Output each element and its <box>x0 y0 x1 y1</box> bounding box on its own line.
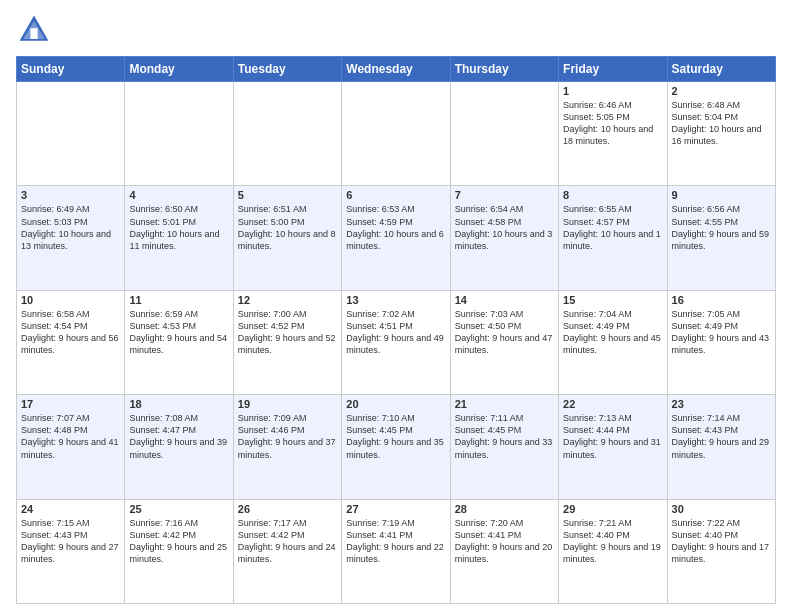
weekday-header-friday: Friday <box>559 57 667 82</box>
day-info: Sunrise: 7:14 AM Sunset: 4:43 PM Dayligh… <box>672 412 771 461</box>
day-info: Sunrise: 7:09 AM Sunset: 4:46 PM Dayligh… <box>238 412 337 461</box>
calendar-cell: 15Sunrise: 7:04 AM Sunset: 4:49 PM Dayli… <box>559 290 667 394</box>
calendar-cell <box>450 82 558 186</box>
day-number: 16 <box>672 294 771 306</box>
calendar-cell: 27Sunrise: 7:19 AM Sunset: 4:41 PM Dayli… <box>342 499 450 603</box>
day-info: Sunrise: 7:07 AM Sunset: 4:48 PM Dayligh… <box>21 412 120 461</box>
weekday-header-tuesday: Tuesday <box>233 57 341 82</box>
day-number: 10 <box>21 294 120 306</box>
day-number: 30 <box>672 503 771 515</box>
calendar-cell <box>233 82 341 186</box>
day-info: Sunrise: 6:53 AM Sunset: 4:59 PM Dayligh… <box>346 203 445 252</box>
page: SundayMondayTuesdayWednesdayThursdayFrid… <box>0 0 792 612</box>
calendar-cell <box>17 82 125 186</box>
day-info: Sunrise: 7:11 AM Sunset: 4:45 PM Dayligh… <box>455 412 554 461</box>
day-number: 27 <box>346 503 445 515</box>
weekday-header-sunday: Sunday <box>17 57 125 82</box>
week-row-1: 1Sunrise: 6:46 AM Sunset: 5:05 PM Daylig… <box>17 82 776 186</box>
day-info: Sunrise: 6:55 AM Sunset: 4:57 PM Dayligh… <box>563 203 662 252</box>
day-info: Sunrise: 7:02 AM Sunset: 4:51 PM Dayligh… <box>346 308 445 357</box>
calendar-cell: 19Sunrise: 7:09 AM Sunset: 4:46 PM Dayli… <box>233 395 341 499</box>
day-info: Sunrise: 7:08 AM Sunset: 4:47 PM Dayligh… <box>129 412 228 461</box>
weekday-header-thursday: Thursday <box>450 57 558 82</box>
week-row-5: 24Sunrise: 7:15 AM Sunset: 4:43 PM Dayli… <box>17 499 776 603</box>
day-number: 3 <box>21 189 120 201</box>
day-number: 20 <box>346 398 445 410</box>
calendar-cell: 26Sunrise: 7:17 AM Sunset: 4:42 PM Dayli… <box>233 499 341 603</box>
calendar-cell: 12Sunrise: 7:00 AM Sunset: 4:52 PM Dayli… <box>233 290 341 394</box>
day-number: 17 <box>21 398 120 410</box>
day-number: 12 <box>238 294 337 306</box>
day-info: Sunrise: 6:50 AM Sunset: 5:01 PM Dayligh… <box>129 203 228 252</box>
calendar-cell: 29Sunrise: 7:21 AM Sunset: 4:40 PM Dayli… <box>559 499 667 603</box>
day-info: Sunrise: 7:22 AM Sunset: 4:40 PM Dayligh… <box>672 517 771 566</box>
day-info: Sunrise: 6:58 AM Sunset: 4:54 PM Dayligh… <box>21 308 120 357</box>
weekday-header-monday: Monday <box>125 57 233 82</box>
calendar-cell: 22Sunrise: 7:13 AM Sunset: 4:44 PM Dayli… <box>559 395 667 499</box>
day-info: Sunrise: 6:56 AM Sunset: 4:55 PM Dayligh… <box>672 203 771 252</box>
day-number: 9 <box>672 189 771 201</box>
calendar-cell: 7Sunrise: 6:54 AM Sunset: 4:58 PM Daylig… <box>450 186 558 290</box>
day-number: 11 <box>129 294 228 306</box>
logo <box>16 12 58 48</box>
weekday-header-row: SundayMondayTuesdayWednesdayThursdayFrid… <box>17 57 776 82</box>
calendar-cell: 16Sunrise: 7:05 AM Sunset: 4:49 PM Dayli… <box>667 290 775 394</box>
calendar-cell: 3Sunrise: 6:49 AM Sunset: 5:03 PM Daylig… <box>17 186 125 290</box>
calendar: SundayMondayTuesdayWednesdayThursdayFrid… <box>16 56 776 604</box>
day-number: 7 <box>455 189 554 201</box>
day-info: Sunrise: 7:13 AM Sunset: 4:44 PM Dayligh… <box>563 412 662 461</box>
day-info: Sunrise: 7:10 AM Sunset: 4:45 PM Dayligh… <box>346 412 445 461</box>
calendar-cell: 17Sunrise: 7:07 AM Sunset: 4:48 PM Dayli… <box>17 395 125 499</box>
day-info: Sunrise: 7:20 AM Sunset: 4:41 PM Dayligh… <box>455 517 554 566</box>
day-info: Sunrise: 7:21 AM Sunset: 4:40 PM Dayligh… <box>563 517 662 566</box>
calendar-cell: 18Sunrise: 7:08 AM Sunset: 4:47 PM Dayli… <box>125 395 233 499</box>
calendar-cell: 10Sunrise: 6:58 AM Sunset: 4:54 PM Dayli… <box>17 290 125 394</box>
day-info: Sunrise: 6:54 AM Sunset: 4:58 PM Dayligh… <box>455 203 554 252</box>
calendar-cell: 6Sunrise: 6:53 AM Sunset: 4:59 PM Daylig… <box>342 186 450 290</box>
day-info: Sunrise: 7:19 AM Sunset: 4:41 PM Dayligh… <box>346 517 445 566</box>
svg-rect-2 <box>30 28 37 39</box>
calendar-cell: 24Sunrise: 7:15 AM Sunset: 4:43 PM Dayli… <box>17 499 125 603</box>
day-info: Sunrise: 7:17 AM Sunset: 4:42 PM Dayligh… <box>238 517 337 566</box>
day-info: Sunrise: 7:04 AM Sunset: 4:49 PM Dayligh… <box>563 308 662 357</box>
calendar-cell: 8Sunrise: 6:55 AM Sunset: 4:57 PM Daylig… <box>559 186 667 290</box>
day-number: 13 <box>346 294 445 306</box>
day-number: 14 <box>455 294 554 306</box>
calendar-cell: 30Sunrise: 7:22 AM Sunset: 4:40 PM Dayli… <box>667 499 775 603</box>
calendar-cell <box>125 82 233 186</box>
day-number: 4 <box>129 189 228 201</box>
day-number: 24 <box>21 503 120 515</box>
week-row-2: 3Sunrise: 6:49 AM Sunset: 5:03 PM Daylig… <box>17 186 776 290</box>
calendar-cell: 13Sunrise: 7:02 AM Sunset: 4:51 PM Dayli… <box>342 290 450 394</box>
calendar-cell: 5Sunrise: 6:51 AM Sunset: 5:00 PM Daylig… <box>233 186 341 290</box>
day-info: Sunrise: 6:46 AM Sunset: 5:05 PM Dayligh… <box>563 99 662 148</box>
day-info: Sunrise: 7:05 AM Sunset: 4:49 PM Dayligh… <box>672 308 771 357</box>
week-row-4: 17Sunrise: 7:07 AM Sunset: 4:48 PM Dayli… <box>17 395 776 499</box>
calendar-cell: 28Sunrise: 7:20 AM Sunset: 4:41 PM Dayli… <box>450 499 558 603</box>
day-number: 25 <box>129 503 228 515</box>
day-info: Sunrise: 6:49 AM Sunset: 5:03 PM Dayligh… <box>21 203 120 252</box>
header <box>16 12 776 48</box>
day-number: 2 <box>672 85 771 97</box>
day-info: Sunrise: 6:51 AM Sunset: 5:00 PM Dayligh… <box>238 203 337 252</box>
day-info: Sunrise: 6:48 AM Sunset: 5:04 PM Dayligh… <box>672 99 771 148</box>
day-number: 1 <box>563 85 662 97</box>
day-number: 5 <box>238 189 337 201</box>
calendar-cell: 25Sunrise: 7:16 AM Sunset: 4:42 PM Dayli… <box>125 499 233 603</box>
day-number: 29 <box>563 503 662 515</box>
calendar-cell: 11Sunrise: 6:59 AM Sunset: 4:53 PM Dayli… <box>125 290 233 394</box>
calendar-cell: 21Sunrise: 7:11 AM Sunset: 4:45 PM Dayli… <box>450 395 558 499</box>
day-number: 28 <box>455 503 554 515</box>
day-info: Sunrise: 7:03 AM Sunset: 4:50 PM Dayligh… <box>455 308 554 357</box>
calendar-cell: 4Sunrise: 6:50 AM Sunset: 5:01 PM Daylig… <box>125 186 233 290</box>
day-number: 6 <box>346 189 445 201</box>
calendar-cell: 20Sunrise: 7:10 AM Sunset: 4:45 PM Dayli… <box>342 395 450 499</box>
day-number: 21 <box>455 398 554 410</box>
day-number: 18 <box>129 398 228 410</box>
day-info: Sunrise: 7:15 AM Sunset: 4:43 PM Dayligh… <box>21 517 120 566</box>
weekday-header-saturday: Saturday <box>667 57 775 82</box>
calendar-cell: 9Sunrise: 6:56 AM Sunset: 4:55 PM Daylig… <box>667 186 775 290</box>
day-number: 15 <box>563 294 662 306</box>
calendar-cell <box>342 82 450 186</box>
day-number: 8 <box>563 189 662 201</box>
